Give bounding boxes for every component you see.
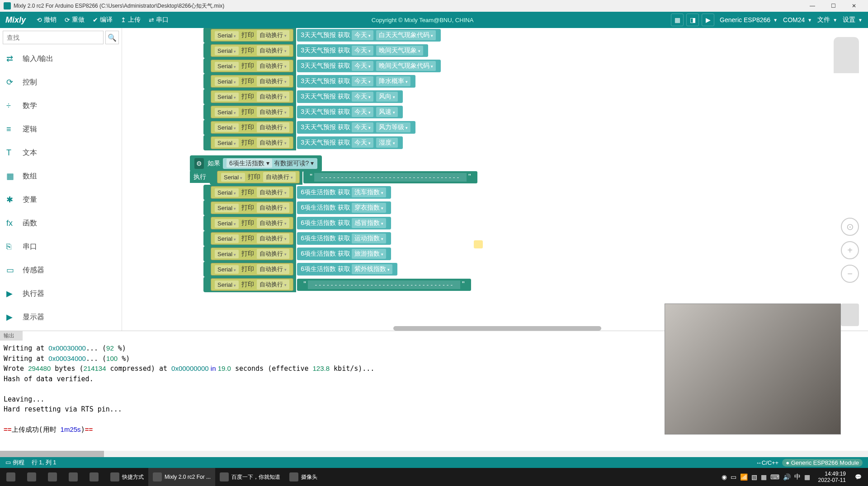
- category-item[interactable]: ⎘串口: [0, 235, 122, 258]
- layout-icon-1[interactable]: ▦: [671, 14, 684, 26]
- zoom-in-button[interactable]: +: [841, 241, 859, 259]
- system-tray[interactable]: ◉▭📶 ▧▦⌨ 🔊中▦: [718, 473, 814, 481]
- board-dropdown[interactable]: Generic ESP8266▼: [720, 16, 778, 23]
- taskbar-item[interactable]: [43, 468, 64, 486]
- baidu-icon: [220, 472, 229, 481]
- forecast-block[interactable]: 3天天气预报 获取今天风力等级: [297, 121, 415, 134]
- category-item[interactable]: ▶显示器: [0, 305, 122, 329]
- close-button[interactable]: ✕: [844, 0, 864, 12]
- forecast-block[interactable]: 3天天气预报 获取今天白天天气现象代码: [297, 29, 441, 42]
- serial-print-block[interactable]: Serial打印自动换行: [211, 263, 293, 276]
- search-input[interactable]: [3, 31, 104, 44]
- serial-print-block[interactable]: Serial打印自动换行: [211, 248, 293, 260]
- serial-print-block[interactable]: Serial打印自动换行: [211, 121, 293, 134]
- forecast-block[interactable]: 3天天气预报 获取今天晚间天气现象代码: [297, 60, 441, 72]
- console-tab[interactable]: 输出: [0, 331, 23, 341]
- category-item[interactable]: fx函数: [0, 211, 122, 235]
- canvas-scrollbar[interactable]: [393, 326, 601, 331]
- category-item[interactable]: ▭传感器: [0, 258, 122, 282]
- serial-print-block[interactable]: Serial打印自动换行: [211, 201, 293, 214]
- file-dropdown[interactable]: 文件▼: [817, 16, 837, 24]
- board-badge: ● Generic ESP8266 Module: [782, 459, 863, 467]
- serial-print-block[interactable]: Serial打印自动换行: [211, 44, 293, 57]
- serial-print-block[interactable]: Serial打印自动换行: [211, 106, 293, 118]
- win-icon: [6, 472, 15, 481]
- category-item[interactable]: ÷数学: [0, 94, 122, 117]
- layout-icon-2[interactable]: ◨: [686, 14, 699, 26]
- life-index-block[interactable]: 6项生活指数 获取穿衣指数: [297, 201, 391, 214]
- serial-print-block[interactable]: Serial打印自动换行: [211, 90, 293, 103]
- compile-button[interactable]: ✔编译: [93, 16, 113, 24]
- life-index-block[interactable]: 6项生活指数 获取旅游指数: [297, 248, 391, 260]
- category-item[interactable]: ≡逻辑: [0, 117, 122, 141]
- life-index-block[interactable]: 6项生活指数 获取感冒指数: [297, 217, 391, 229]
- settings-dropdown[interactable]: 设置▼: [843, 16, 863, 24]
- brush-icon: [27, 472, 36, 481]
- search-button[interactable]: 🔍: [105, 31, 119, 44]
- tray-icon: 📶: [740, 473, 748, 481]
- trash-icon[interactable]: [841, 304, 859, 326]
- serial-print-block[interactable]: Serial打印自动换行: [211, 217, 293, 229]
- string-block[interactable]: "-----------------------------------": [303, 171, 477, 183]
- window-title: Mixly 2.0 rc2 For Arduino ESP8266 (C:\Us…: [14, 2, 802, 10]
- upload-button[interactable]: ↥上传: [121, 16, 141, 24]
- forecast-block[interactable]: 3天天气预报 获取今天湿度: [297, 136, 403, 149]
- minimize-button[interactable]: —: [802, 0, 823, 12]
- taskbar-item[interactable]: [23, 468, 43, 486]
- category-item[interactable]: ⟳控制: [0, 70, 122, 94]
- mixly-icon: [153, 472, 162, 481]
- canvas[interactable]: Serial打印自动换行3天天气预报 获取今天白天天气现象代码Serial打印自…: [122, 28, 868, 331]
- taskbar-item[interactable]: [85, 468, 106, 486]
- category-item[interactable]: ▦数组: [0, 164, 122, 188]
- category-item[interactable]: T文本: [0, 141, 122, 164]
- category-label: 逻辑: [23, 125, 37, 134]
- serial-print-block[interactable]: Serial打印自动换行: [211, 136, 293, 149]
- undo-button[interactable]: ⟲撤销: [37, 16, 57, 24]
- serial-print-block[interactable]: Serial打印自动换行: [211, 60, 293, 72]
- taskbar-item[interactable]: 百度一下，你就知道: [215, 468, 285, 486]
- forecast-block[interactable]: 3天天气预报 获取今天风速: [297, 106, 403, 118]
- taskbar-item[interactable]: [64, 468, 85, 486]
- taskbar-item[interactable]: [2, 468, 23, 486]
- serial-print-block[interactable]: Serial打印自动换行: [211, 29, 293, 42]
- main-area: 🔍 ⇄输入/输出⟳控制÷数学≡逻辑T文本▦数组✱变量fx函数⎘串口▭传感器▶执行…: [0, 28, 868, 331]
- string-block[interactable]: "-----------------------------------": [297, 279, 471, 291]
- category-icon: fx: [6, 219, 16, 228]
- serial-button[interactable]: ⇄串口: [149, 16, 169, 24]
- console-scrollbar[interactable]: [0, 451, 868, 457]
- notifications-button[interactable]: 💬: [850, 468, 866, 486]
- sidebar: 🔍 ⇄输入/输出⟳控制÷数学≡逻辑T文本▦数组✱变量fx函数⎘串口▭传感器▶执行…: [0, 28, 122, 331]
- redo-button[interactable]: ⟳重做: [65, 16, 85, 24]
- layout-icon-3[interactable]: ▶: [702, 14, 714, 26]
- gear-icon[interactable]: ⚙: [194, 158, 204, 169]
- taskbar-item[interactable]: 快捷方式: [106, 468, 148, 486]
- serial-print-block[interactable]: Serial打印自动换行: [211, 75, 293, 88]
- clock[interactable]: 14:49:192022-07-11: [814, 471, 850, 484]
- taskbar-item[interactable]: 摄像头: [285, 468, 322, 486]
- life-index-block[interactable]: 6项生活指数 获取运动指数: [297, 232, 391, 245]
- forecast-block[interactable]: 3天天气预报 获取今天晚间天气现象: [297, 44, 428, 57]
- maximize-button[interactable]: ☐: [823, 0, 844, 12]
- category-label: 函数: [23, 219, 37, 228]
- serial-print-block[interactable]: Serial打印自动换行: [211, 232, 293, 245]
- zoom-out-button[interactable]: −: [841, 265, 859, 283]
- serial-print-block[interactable]: Serial打印自动换行: [211, 278, 293, 291]
- category-icon: ▶: [6, 289, 16, 299]
- taskbar-item[interactable]: Mixly 2.0 rc2 For ...: [148, 468, 215, 486]
- life-index-block[interactable]: 6项生活指数 获取洗车指数: [297, 186, 391, 199]
- forecast-block[interactable]: 3天天气预报 获取今天降水概率: [297, 75, 415, 88]
- life-index-block[interactable]: 6项生活指数 获取紫外线指数: [297, 263, 397, 276]
- category-item[interactable]: ✱变量: [0, 188, 122, 211]
- forecast-block[interactable]: 3天天气预报 获取今天风向: [297, 90, 403, 103]
- category-item[interactable]: ⇄输入/输出: [0, 47, 122, 70]
- example-label[interactable]: ▭ 例程: [5, 458, 24, 467]
- category-label: 变量: [23, 195, 37, 205]
- serial-print-block[interactable]: Serial打印自动换行: [211, 186, 293, 199]
- center-button[interactable]: ⊙: [841, 218, 859, 236]
- category-label: 执行器: [23, 289, 44, 299]
- tray-icon: ⌨: [770, 473, 779, 481]
- port-dropdown[interactable]: COM24▼: [783, 16, 812, 23]
- category-item[interactable]: ▶执行器: [0, 282, 122, 305]
- serial-print-block[interactable]: Serial打印自动换行: [217, 171, 300, 183]
- minimap-icon[interactable]: [834, 37, 859, 73]
